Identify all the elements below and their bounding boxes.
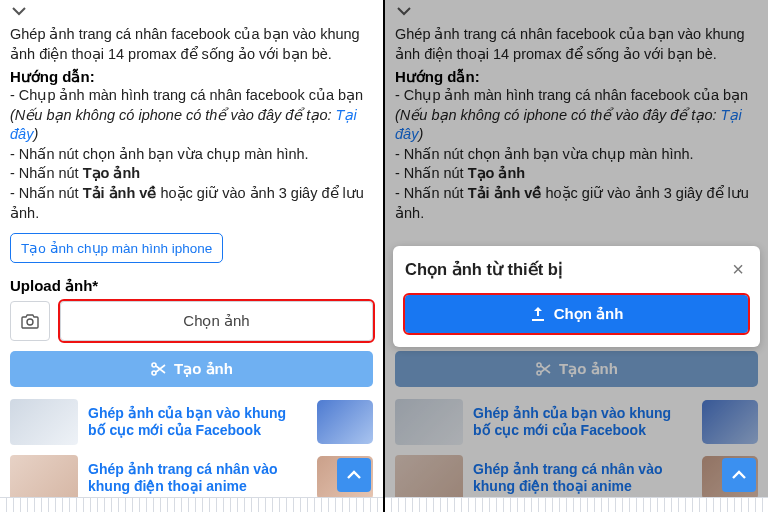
chevron-up-icon — [731, 467, 747, 483]
instruction-line-2: - Nhấn nút chọn ảnh bạn vừa chụp màn hìn… — [10, 145, 373, 165]
modal-close-button[interactable]: × — [728, 258, 748, 281]
card-thumbnail — [10, 399, 78, 445]
left-screenshot: Ghép ảnh trang cá nhân facebook của bạn … — [0, 0, 383, 512]
upload-label: Upload ảnh* — [10, 277, 373, 295]
related-card-1[interactable]: Ghép ảnh của bạn vào khung bố cục mới củ… — [10, 399, 373, 445]
instruction-line-3: - Nhấn nút Tạo ảnh — [10, 164, 373, 184]
card-thumbnail — [10, 455, 78, 501]
scissors-icon — [150, 361, 166, 377]
bottom-ruler — [0, 497, 383, 512]
instruction-line-1: - Chụp ảnh màn hình trang cá nhân facebo… — [10, 86, 373, 145]
card-preview — [317, 400, 373, 444]
choose-image-button[interactable]: Chọn ảnh — [60, 301, 373, 341]
modal-choose-label: Chọn ảnh — [554, 305, 624, 323]
create-image-button[interactable]: Tạo ảnh — [10, 351, 373, 387]
close-icon: × — [732, 258, 744, 280]
chevron-down-icon[interactable] — [10, 2, 28, 20]
scroll-top-button[interactable] — [722, 458, 756, 492]
related-card-2[interactable]: Ghép ảnh trang cá nhân vào khung điện th… — [10, 455, 373, 501]
camera-icon — [20, 312, 40, 330]
card-title: Ghép ảnh trang cá nhân vào khung điện th… — [88, 461, 307, 495]
instructions-heading: Hướng dẫn: — [10, 68, 373, 86]
description-text: Ghép ảnh trang cá nhân facebook của bạn … — [10, 25, 373, 64]
choose-image-modal: Chọn ảnh từ thiết bị × Chọn ảnh — [393, 246, 760, 347]
instruction-line-4: - Nhấn nút Tải ảnh về hoặc giữ vào ảnh 3… — [10, 184, 373, 223]
card-title: Ghép ảnh của bạn vào khung bố cục mới củ… — [88, 405, 307, 439]
bottom-ruler — [385, 497, 768, 512]
create-image-label: Tạo ảnh — [174, 360, 233, 378]
svg-point-1 — [152, 363, 156, 367]
chevron-up-icon — [346, 467, 362, 483]
svg-point-0 — [27, 319, 33, 325]
right-screenshot: Ghép ảnh trang cá nhân facebook của bạn … — [385, 0, 768, 512]
svg-point-2 — [152, 371, 156, 375]
scroll-top-button[interactable] — [337, 458, 371, 492]
modal-choose-button[interactable]: Chọn ảnh — [405, 295, 748, 333]
screenshot-tool-button[interactable]: Tạo ảnh chụp màn hình iphone — [10, 233, 223, 263]
modal-title: Chọn ảnh từ thiết bị — [405, 260, 563, 279]
upload-icon — [530, 307, 546, 321]
camera-button[interactable] — [10, 301, 50, 341]
